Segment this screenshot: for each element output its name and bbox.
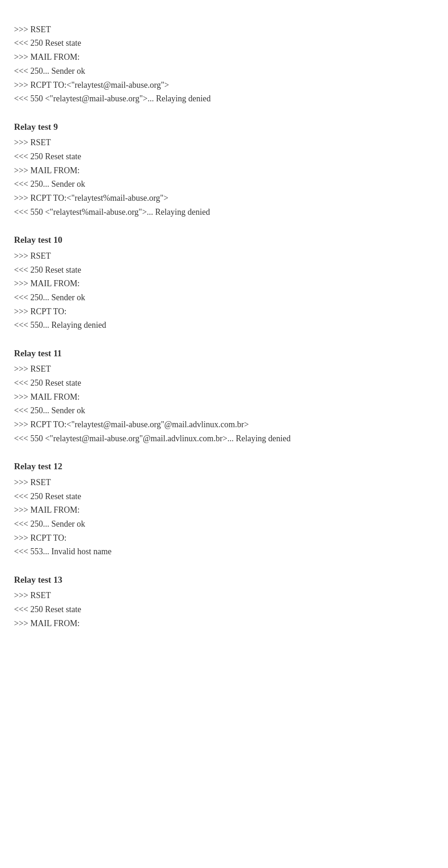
relay-test-11-line-2: >>> MAIL FROM:	[14, 390, 434, 404]
relay-test-12: Relay test 12>>> RSET<<< 250 Reset state…	[14, 459, 434, 559]
relay-test-11: Relay test 11>>> RSET<<< 250 Reset state…	[14, 346, 434, 446]
relay-test-11-line-0: >>> RSET	[14, 362, 434, 376]
relay-test-13-title: Relay test 13	[14, 573, 434, 587]
relay-test-10-line-2: >>> MAIL FROM:	[14, 277, 434, 291]
relay-test-12-line-0: >>> RSET	[14, 476, 434, 490]
intro-block-line-0: >>> RSET	[14, 23, 434, 37]
relay-test-10-line-0: >>> RSET	[14, 249, 434, 263]
relay-test-9-line-1: <<< 250 Reset state	[14, 150, 434, 164]
intro-block-line-1: <<< 250 Reset state	[14, 36, 434, 50]
intro-block-line-4: >>> RCPT TO:<"relaytest@mail-abuse.org">	[14, 78, 434, 92]
relay-test-13-line-2: >>> MAIL FROM:	[14, 617, 434, 631]
relay-test-11-title: Relay test 11	[14, 346, 434, 360]
relay-test-11-line-4: >>> RCPT TO:<"relaytest@mail-abuse.org"@…	[14, 418, 434, 432]
relay-test-11-line-1: <<< 250 Reset state	[14, 376, 434, 390]
relay-test-10-line-5: <<< 550... Relaying denied	[14, 318, 434, 332]
relay-test-12-line-1: <<< 250 Reset state	[14, 490, 434, 504]
relay-test-9-line-3: <<< 250... Sender ok	[14, 177, 434, 191]
relay-test-11-line-3: <<< 250... Sender ok	[14, 404, 434, 418]
relay-test-13-line-1: <<< 250 Reset state	[14, 603, 434, 617]
intro-block-line-3: <<< 250... Sender ok	[14, 64, 434, 78]
relay-test-10-line-4: >>> RCPT TO:	[14, 305, 434, 319]
relay-test-9: Relay test 9>>> RSET<<< 250 Reset state>…	[14, 120, 434, 219]
relay-test-10: Relay test 10>>> RSET<<< 250 Reset state…	[14, 233, 434, 332]
relay-test-10-line-3: <<< 250... Sender ok	[14, 291, 434, 305]
relay-test-9-line-5: <<< 550 <"relaytest%mail-abuse.org">... …	[14, 205, 434, 219]
relay-test-13-line-0: >>> RSET	[14, 589, 434, 603]
relay-test-11-line-5: <<< 550 <"relaytest@mail-abuse.org"@mail…	[14, 432, 434, 446]
relay-test-13: Relay test 13>>> RSET<<< 250 Reset state…	[14, 573, 434, 630]
intro-block-line-5: <<< 550 <"relaytest@mail-abuse.org">... …	[14, 92, 434, 106]
relay-test-10-title: Relay test 10	[14, 233, 434, 247]
relay-test-9-line-0: >>> RSET	[14, 136, 434, 150]
relay-test-10-line-1: <<< 250 Reset state	[14, 263, 434, 277]
relay-test-12-line-5: <<< 553... Invalid host name	[14, 545, 434, 559]
relay-test-12-line-3: <<< 250... Sender ok	[14, 517, 434, 531]
relay-test-9-line-2: >>> MAIL FROM:	[14, 164, 434, 178]
intro-block-line-2: >>> MAIL FROM:	[14, 50, 434, 64]
main-content: >>> RSET<<< 250 Reset state>>> MAIL FROM…	[14, 9, 434, 630]
relay-test-9-line-4: >>> RCPT TO:<"relaytest%mail-abuse.org">	[14, 191, 434, 205]
relay-test-12-line-2: >>> MAIL FROM:	[14, 503, 434, 517]
relay-test-9-title: Relay test 9	[14, 120, 434, 134]
relay-test-12-line-4: >>> RCPT TO:	[14, 531, 434, 545]
intro-block: >>> RSET<<< 250 Reset state>>> MAIL FROM…	[14, 23, 434, 106]
relay-test-12-title: Relay test 12	[14, 459, 434, 473]
